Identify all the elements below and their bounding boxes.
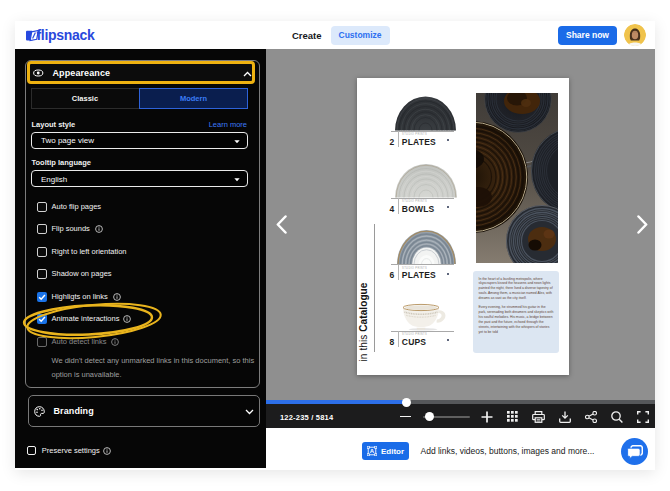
svg-text:A: A [370, 448, 375, 454]
